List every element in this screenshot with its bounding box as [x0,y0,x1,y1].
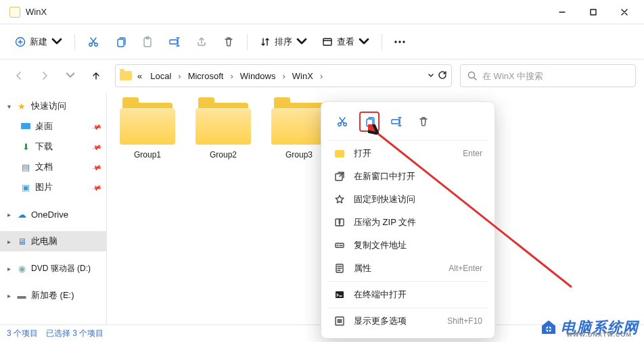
document-icon: ▤ [20,162,31,172]
search-icon [467,71,477,80]
folder-icon [9,7,20,18]
chevron-right-icon: › [281,71,286,81]
drive-icon: ▬ [16,290,27,301]
svg-rect-4 [118,39,124,47]
more-options-icon [334,315,346,327]
sidebar-item-desktop[interactable]: 桌面 📌 [0,116,106,137]
navigation-row: « Local › Microsoft › Windows › WinX › [0,59,644,92]
breadcrumb-item[interactable]: WinX [290,70,316,82]
ctx-pin-quick-access[interactable]: 固定到快速访问 [325,188,490,211]
ctx-properties[interactable]: 属性 Alt+Enter [325,257,490,280]
ctx-copy-path[interactable]: 复制文件地址 [325,234,490,257]
delete-icon[interactable] [216,30,242,54]
sidebar-item-label: 图片 [35,181,53,193]
cut-icon[interactable] [80,30,106,54]
copy-icon[interactable] [108,30,133,54]
view-button[interactable]: 查看 [315,32,376,52]
chevron-right-icon: ▸ [5,238,12,245]
disc-icon: ◉ [16,263,27,274]
search-input[interactable] [482,71,628,81]
sidebar-item-pictures[interactable]: ▣ 图片 📌 [0,177,106,197]
svg-rect-7 [170,40,177,44]
rename-icon[interactable] [386,112,407,132]
maximize-button[interactable] [578,2,609,22]
share-icon[interactable] [189,30,214,54]
pc-icon: 🖥 [16,236,27,247]
up-button[interactable] [85,65,107,87]
chevron-right-icon: › [177,71,182,81]
cloud-icon: ☁ [16,209,27,220]
watermark-logo-icon [539,318,558,337]
folder-icon [196,101,251,146]
window-controls [547,2,640,22]
copy-icon[interactable] [359,112,380,132]
ctx-label: 打开 [354,147,371,160]
sidebar-item-label: 下载 [35,141,53,153]
sidebar-item-label: 新加卷 (E:) [31,289,74,301]
svg-rect-13 [21,123,30,129]
folder-icon [334,147,346,160]
back-button[interactable] [8,65,30,87]
folder-item[interactable]: Group1 [114,101,181,160]
star-icon [334,193,346,205]
download-icon: ⬇ [20,141,31,152]
svg-rect-22 [336,291,344,298]
recent-button[interactable] [60,65,81,87]
window-title: WinX [26,7,547,17]
sort-button[interactable]: 排序 [253,32,314,52]
addr-dropdown-icon[interactable] [428,70,434,82]
sidebar-item-onedrive[interactable]: ▸ ☁ OneDrive [0,204,106,224]
sidebar-item-label: 文档 [35,161,53,173]
sidebar-item-quick-access[interactable]: ▾ ★ 快速访问 [0,96,106,116]
folder-icon [120,101,175,146]
svg-point-12 [469,72,475,78]
paste-icon[interactable] [135,30,160,54]
open-new-icon [334,170,346,182]
folder-label: Group1 [114,150,181,160]
sidebar-item-label: 此电脑 [31,235,58,247]
desktop-icon [20,121,31,132]
delete-icon[interactable] [413,112,434,132]
pin-icon: 📌 [91,162,102,172]
breadcrumb-item[interactable]: Windows [237,70,279,82]
sidebar-item-label: 桌面 [35,120,53,132]
ctx-shortcut: Enter [463,149,482,158]
ctx-shortcut: Shift+F10 [447,316,482,326]
sidebar-item-documents[interactable]: ▤ 文档 📌 [0,157,106,177]
sidebar-item-volume[interactable]: ▸ ▬ 新加卷 (E:) [0,285,106,306]
sidebar-item-downloads[interactable]: ⬇ 下载 📌 [0,137,106,157]
address-bar[interactable]: « Local › Microsoft › Windows › WinX › [115,64,452,87]
ctx-show-more[interactable]: 显示更多选项 Shift+F10 [325,310,490,333]
breadcrumb-item[interactable]: Local [147,70,174,82]
sidebar-item-label: OneDrive [31,210,68,220]
close-button[interactable] [609,2,640,22]
cut-icon[interactable] [332,112,352,132]
context-menu: 打开 Enter 在新窗口中打开 固定到快速访问 压缩为 ZIP 文件 复制文件… [321,101,495,339]
ctx-compress-zip[interactable]: 压缩为 ZIP 文件 [325,211,490,234]
toolbar: 新建 排序 查看 [0,24,644,59]
chevron-right-icon: ▸ [5,265,12,272]
folder-icon [271,101,327,146]
minimize-button[interactable] [547,2,578,22]
forward-button[interactable] [34,65,55,87]
rename-icon[interactable] [162,30,187,54]
ctx-open-new-window[interactable]: 在新窗口中打开 [325,165,490,188]
new-label: 新建 [30,36,47,48]
breadcrumb-item[interactable]: Microsoft [185,70,227,82]
chevron-right-icon: › [229,71,234,81]
sidebar-item-label: DVD 驱动器 (D:) [31,263,91,274]
more-button[interactable] [388,40,412,44]
sidebar-item-this-pc[interactable]: ▸ 🖥 此电脑 [0,231,106,251]
folder-item[interactable]: Group2 [189,101,257,160]
ctx-open[interactable]: 打开 Enter [325,142,490,165]
new-button[interactable]: 新建 [8,32,69,52]
view-label: 查看 [337,36,354,48]
watermark-url: WWW.DNXTW.COM [567,331,632,338]
ctx-open-terminal[interactable]: 在终端中打开 [325,283,490,306]
separator [328,281,488,282]
sidebar-item-dvd[interactable]: ▸ ◉ DVD 驱动器 (D:) [0,258,106,278]
pin-icon: 📌 [91,182,102,193]
separator [328,140,488,141]
search-box[interactable] [460,64,636,87]
refresh-button[interactable] [438,70,447,82]
